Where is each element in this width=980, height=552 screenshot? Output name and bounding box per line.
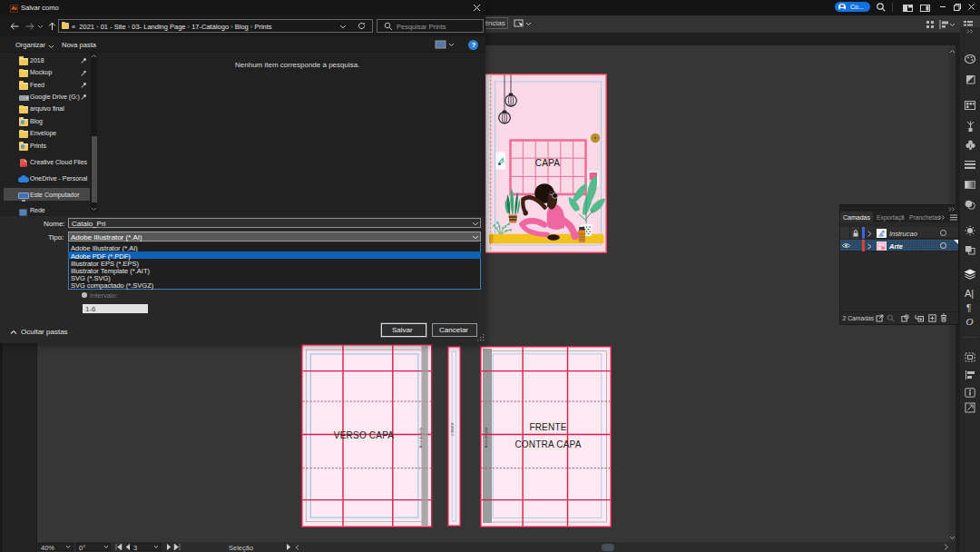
svg-text:VERSO CAPA: VERSO CAPA — [334, 430, 394, 440]
svg-text:Área de cola: Área de cola — [484, 427, 488, 448]
svg-text:LOMBADA: LOMBADA — [451, 423, 455, 437]
svg-text:Área de cola: Área de cola — [418, 427, 423, 448]
svg-text:CAPA: CAPA — [535, 158, 561, 168]
svg-text:FRENTE: FRENTE — [529, 422, 566, 432]
svg-text:CONTRA CAPA: CONTRA CAPA — [514, 439, 581, 449]
